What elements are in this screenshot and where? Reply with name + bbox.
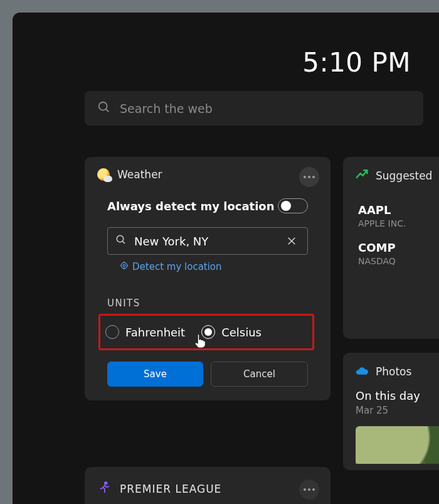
weather-icon — [97, 168, 110, 181]
detect-link-label: Detect my location — [132, 261, 222, 272]
toggle-knob — [281, 201, 291, 211]
premier-league-title: PREMIER LEAGUE — [120, 483, 221, 495]
stock-row[interactable]: AAPL APPLE INC. — [356, 203, 439, 228]
weather-card-title: Weather — [117, 168, 162, 181]
widgets-panel: 5:10 PM Weather Always detect my locatio… — [13, 13, 439, 504]
cancel-button[interactable]: Cancel — [211, 362, 308, 387]
stock-symbol: AAPL — [358, 203, 439, 217]
weather-card: Weather Always detect my location — [85, 157, 331, 400]
search-icon — [115, 234, 127, 248]
svg-point-2 — [117, 235, 124, 242]
premier-league-menu-button[interactable] — [299, 480, 319, 500]
radio-celsius-label: Celsius — [221, 326, 262, 339]
stocks-card-header: Suggested — [356, 168, 439, 183]
detect-location-toggle[interactable] — [278, 198, 308, 213]
photos-card: Photos On this day Mar 25 — [343, 353, 439, 470]
units-radio-group: Fahrenheit Celsius — [98, 314, 314, 350]
radio-fahrenheit-label: Fahrenheit — [125, 326, 185, 339]
stock-name: APPLE INC. — [358, 218, 439, 228]
units-section: UNITS Fahrenheit Celsius — [107, 298, 308, 350]
svg-line-1 — [106, 109, 109, 112]
photos-card-header: Photos — [356, 365, 439, 378]
weather-card-header: Weather — [97, 168, 318, 181]
clear-location-button[interactable] — [283, 232, 300, 250]
cards-area: Weather Always detect my location — [85, 157, 439, 504]
svg-line-3 — [122, 241, 125, 244]
weather-buttons: Save Cancel — [107, 362, 308, 387]
stock-name: NASDAQ — [358, 256, 439, 266]
photos-thumbnail[interactable] — [356, 426, 439, 464]
trend-up-icon — [356, 168, 368, 183]
location-input[interactable] — [134, 235, 275, 248]
photos-headline: On this day — [356, 389, 439, 402]
svg-point-12 — [105, 482, 107, 485]
search-bar[interactable] — [85, 91, 423, 126]
save-button[interactable]: Save — [107, 362, 203, 387]
stock-row[interactable]: COMP NASDAQ — [356, 241, 439, 266]
photos-date: Mar 25 — [356, 405, 439, 416]
location-input-box[interactable] — [107, 227, 308, 255]
detect-location-label: Always detect my location — [107, 200, 275, 213]
detect-my-location-link[interactable]: Detect my location — [120, 261, 308, 272]
onedrive-icon — [356, 366, 368, 378]
premier-league-card: PREMIER LEAGUE — [85, 467, 331, 504]
radio-circle-icon — [105, 325, 119, 339]
stocks-card-title: Suggested — [376, 169, 432, 182]
radio-circle-icon — [201, 325, 215, 339]
running-icon — [97, 481, 120, 497]
search-input[interactable] — [120, 102, 411, 115]
detect-location-row: Always detect my location — [107, 198, 308, 213]
stock-rows: AAPL APPLE INC. COMP NASDAQ — [356, 203, 439, 266]
radio-fahrenheit[interactable]: Fahrenheit — [105, 325, 185, 339]
photos-card-title: Photos — [376, 365, 411, 378]
suggested-stocks-card: Suggested AAPL APPLE INC. COMP NASDAQ — [343, 157, 439, 339]
clock: 5:10 PM — [302, 47, 411, 78]
units-heading: UNITS — [107, 298, 308, 309]
stock-symbol: COMP — [358, 241, 439, 254]
svg-point-0 — [99, 102, 107, 110]
radio-celsius[interactable]: Celsius — [201, 325, 262, 339]
location-input-wrap: Detect my location — [107, 227, 308, 272]
locate-icon — [120, 261, 129, 272]
svg-point-7 — [121, 262, 127, 268]
weather-card-menu-button[interactable] — [299, 167, 319, 187]
svg-point-6 — [123, 264, 125, 267]
search-icon — [97, 100, 111, 117]
